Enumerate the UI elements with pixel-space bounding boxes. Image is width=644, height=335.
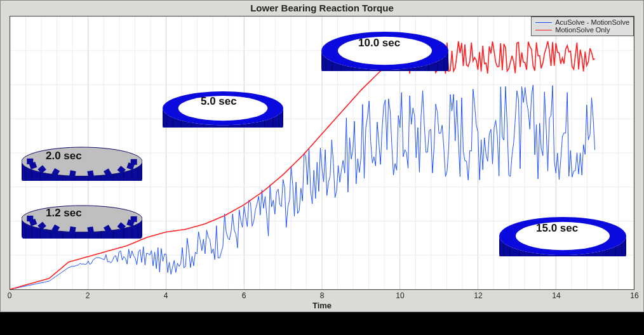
svg-rect-99: [27, 159, 33, 164]
x-tick: 8: [320, 291, 325, 300]
x-tick: 6: [242, 291, 246, 300]
ring-icon: [499, 213, 626, 256]
plot-area: AcuSolve - MotionSolve MotionSolve Only …: [10, 16, 634, 290]
legend: AcuSolve - MotionSolve MotionSolve Only: [531, 16, 634, 36]
annotation-label: 10.0 sec: [358, 37, 400, 49]
legend-label: AcuSolve - MotionSolve: [555, 18, 629, 26]
svg-rect-95: [69, 170, 76, 177]
x-tick: 4: [164, 291, 168, 300]
annotation-ring: 2.0 sec: [22, 143, 142, 183]
legend-swatch: [535, 22, 552, 23]
svg-rect-70: [69, 227, 76, 233]
chart-frame: Lower Bearing Reaction Torque AcuSolve -…: [0, 0, 644, 312]
ring-icon: [22, 202, 142, 239]
svg-rect-94: [87, 170, 94, 177]
svg-point-89: [22, 147, 142, 176]
annotation-label: 15.0 sec: [536, 222, 578, 235]
x-tick: 16: [630, 291, 638, 300]
annotation-ring: 1.2 sec: [22, 202, 142, 241]
x-axis-label: Time: [1, 301, 643, 310]
annotation-label: 5.0 sec: [201, 95, 237, 108]
svg-rect-74: [27, 216, 33, 221]
svg-rect-69: [87, 227, 94, 233]
legend-label: MotionSolve Only: [555, 26, 610, 34]
legend-swatch: [535, 30, 552, 30]
annotation-label: 1.2 sec: [46, 207, 82, 220]
x-tick: 12: [474, 291, 482, 300]
x-tick: 2: [86, 291, 90, 300]
x-tick: 0: [8, 291, 12, 300]
ring-icon: [321, 28, 448, 71]
chart-title: Lower Bearing Reaction Torque: [1, 3, 643, 13]
x-tick: 14: [552, 291, 560, 300]
ring-icon: [22, 143, 142, 181]
annotation-ring: 15.0 sec: [499, 213, 626, 259]
legend-item-acusolve: AcuSolve - MotionSolve: [535, 18, 629, 26]
annotation-ring: 10.0 sec: [321, 28, 448, 74]
annotation-ring: 5.0 sec: [163, 88, 283, 130]
annotation-label: 2.0 sec: [46, 150, 82, 162]
x-tick: 10: [396, 291, 404, 300]
legend-item-motionsolve: MotionSolve Only: [535, 26, 629, 34]
